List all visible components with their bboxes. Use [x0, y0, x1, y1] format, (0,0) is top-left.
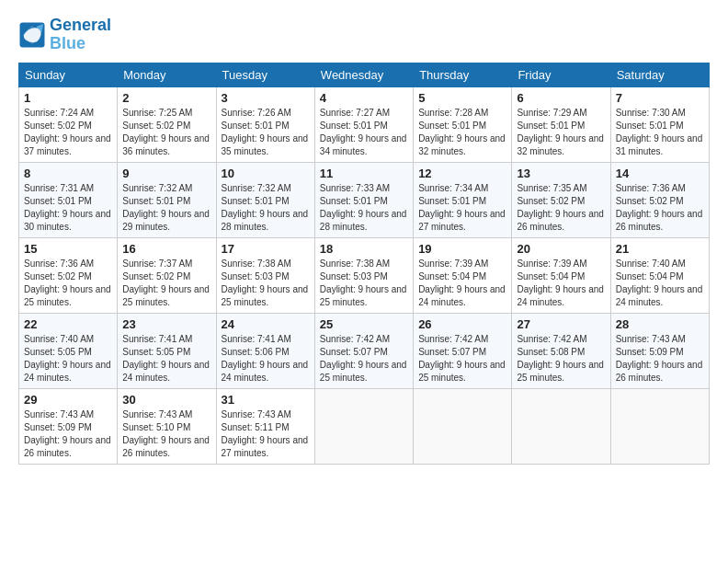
calendar: SundayMondayTuesdayWednesdayThursdayFrid… [18, 63, 710, 465]
day-number: 12 [418, 167, 506, 180]
day-info: Sunrise: 7:39 AMSunset: 5:04 PMDaylight:… [418, 258, 506, 309]
calendar-cell: 14 Sunrise: 7:36 AMSunset: 5:02 PMDaylig… [610, 162, 709, 237]
day-number: 28 [616, 317, 704, 331]
day-info: Sunrise: 7:43 AMSunset: 5:09 PMDaylight:… [24, 408, 112, 460]
day-number: 3 [222, 91, 310, 105]
calendar-cell: 1 Sunrise: 7:24 AMSunset: 5:02 PMDayligh… [19, 86, 118, 162]
day-number: 29 [24, 393, 112, 407]
calendar-cell: 26 Sunrise: 7:42 AMSunset: 5:07 PMDaylig… [414, 313, 512, 388]
calendar-cell: 11 Sunrise: 7:33 AMSunset: 5:01 PMDaylig… [314, 162, 413, 237]
calendar-week-1: 1 Sunrise: 7:24 AMSunset: 5:02 PMDayligh… [19, 86, 710, 162]
day-info: Sunrise: 7:40 AMSunset: 5:05 PMDaylight:… [24, 333, 112, 385]
day-number: 21 [616, 242, 704, 256]
calendar-week-3: 15 Sunrise: 7:36 AMSunset: 5:02 PMDaylig… [19, 237, 710, 313]
calendar-cell: 28 Sunrise: 7:43 AMSunset: 5:09 PMDaylig… [610, 313, 709, 388]
day-number: 4 [320, 91, 408, 105]
calendar-cell: 6 Sunrise: 7:29 AMSunset: 5:01 PMDayligh… [512, 86, 610, 162]
calendar-cell [610, 388, 709, 464]
calendar-header-wednesday: Wednesday [314, 63, 413, 86]
day-info: Sunrise: 7:34 AMSunset: 5:01 PMDaylight:… [418, 182, 506, 234]
day-info: Sunrise: 7:35 AMSunset: 5:02 PMDaylight:… [517, 182, 605, 234]
day-number: 17 [222, 242, 310, 256]
day-number: 1 [24, 91, 112, 105]
calendar-header-monday: Monday [118, 63, 216, 86]
calendar-cell: 8 Sunrise: 7:31 AMSunset: 5:01 PMDayligh… [19, 162, 118, 237]
day-info: Sunrise: 7:36 AMSunset: 5:02 PMDaylight:… [616, 182, 704, 234]
calendar-cell: 20 Sunrise: 7:39 AMSunset: 5:04 PMDaylig… [512, 237, 610, 313]
calendar-cell [314, 388, 413, 464]
calendar-cell: 19 Sunrise: 7:39 AMSunset: 5:04 PMDaylig… [414, 237, 512, 313]
day-info: Sunrise: 7:42 AMSunset: 5:07 PMDaylight:… [418, 333, 506, 385]
calendar-cell: 22 Sunrise: 7:40 AMSunset: 5:05 PMDaylig… [19, 313, 118, 388]
day-info: Sunrise: 7:38 AMSunset: 5:03 PMDaylight:… [222, 258, 310, 309]
day-number: 13 [517, 167, 605, 180]
day-info: Sunrise: 7:32 AMSunset: 5:01 PMDaylight:… [122, 182, 210, 234]
day-info: Sunrise: 7:33 AMSunset: 5:01 PMDaylight:… [320, 182, 408, 234]
day-info: Sunrise: 7:43 AMSunset: 5:11 PMDaylight:… [222, 408, 310, 460]
day-number: 26 [418, 317, 506, 331]
day-info: Sunrise: 7:41 AMSunset: 5:06 PMDaylight:… [222, 333, 310, 385]
calendar-cell: 23 Sunrise: 7:41 AMSunset: 5:05 PMDaylig… [118, 313, 216, 388]
day-number: 8 [24, 167, 112, 180]
calendar-cell: 21 Sunrise: 7:40 AMSunset: 5:04 PMDaylig… [610, 237, 709, 313]
day-info: Sunrise: 7:42 AMSunset: 5:07 PMDaylight:… [320, 333, 408, 385]
day-number: 25 [320, 317, 408, 331]
calendar-cell: 5 Sunrise: 7:28 AMSunset: 5:01 PMDayligh… [414, 86, 512, 162]
day-info: Sunrise: 7:32 AMSunset: 5:01 PMDaylight:… [222, 182, 310, 234]
day-info: Sunrise: 7:43 AMSunset: 5:09 PMDaylight:… [616, 333, 704, 385]
calendar-cell: 7 Sunrise: 7:30 AMSunset: 5:01 PMDayligh… [610, 86, 709, 162]
logo: General Blue [18, 17, 111, 53]
calendar-cell: 9 Sunrise: 7:32 AMSunset: 5:01 PMDayligh… [118, 162, 216, 237]
calendar-header-saturday: Saturday [610, 63, 709, 86]
day-info: Sunrise: 7:27 AMSunset: 5:01 PMDaylight:… [320, 107, 408, 158]
day-info: Sunrise: 7:28 AMSunset: 5:01 PMDaylight:… [418, 107, 506, 158]
calendar-cell: 3 Sunrise: 7:26 AMSunset: 5:01 PMDayligh… [216, 86, 314, 162]
calendar-cell: 12 Sunrise: 7:34 AMSunset: 5:01 PMDaylig… [414, 162, 512, 237]
calendar-cell [414, 388, 512, 464]
day-number: 18 [320, 242, 408, 256]
day-number: 19 [418, 242, 506, 256]
day-info: Sunrise: 7:37 AMSunset: 5:02 PMDaylight:… [122, 258, 210, 309]
day-number: 15 [24, 242, 112, 256]
calendar-cell: 4 Sunrise: 7:27 AMSunset: 5:01 PMDayligh… [314, 86, 413, 162]
calendar-week-4: 22 Sunrise: 7:40 AMSunset: 5:05 PMDaylig… [19, 313, 710, 388]
day-info: Sunrise: 7:42 AMSunset: 5:08 PMDaylight:… [517, 333, 605, 385]
day-number: 14 [616, 167, 704, 180]
calendar-cell: 25 Sunrise: 7:42 AMSunset: 5:07 PMDaylig… [314, 313, 413, 388]
calendar-cell: 2 Sunrise: 7:25 AMSunset: 5:02 PMDayligh… [118, 86, 216, 162]
calendar-cell: 16 Sunrise: 7:37 AMSunset: 5:02 PMDaylig… [118, 237, 216, 313]
day-info: Sunrise: 7:26 AMSunset: 5:01 PMDaylight:… [222, 107, 310, 158]
calendar-week-5: 29 Sunrise: 7:43 AMSunset: 5:09 PMDaylig… [19, 388, 710, 464]
day-number: 5 [418, 91, 506, 105]
day-number: 7 [616, 91, 704, 105]
day-info: Sunrise: 7:25 AMSunset: 5:02 PMDaylight:… [122, 107, 210, 158]
calendar-cell: 31 Sunrise: 7:43 AMSunset: 5:11 PMDaylig… [216, 388, 314, 464]
day-number: 31 [222, 393, 310, 407]
logo-text: General Blue [50, 17, 111, 53]
day-info: Sunrise: 7:36 AMSunset: 5:02 PMDaylight:… [24, 258, 112, 309]
calendar-header-sunday: Sunday [19, 63, 118, 86]
day-number: 30 [122, 393, 210, 407]
day-number: 27 [517, 317, 605, 331]
day-info: Sunrise: 7:29 AMSunset: 5:01 PMDaylight:… [517, 107, 605, 158]
calendar-cell: 18 Sunrise: 7:38 AMSunset: 5:03 PMDaylig… [314, 237, 413, 313]
day-info: Sunrise: 7:24 AMSunset: 5:02 PMDaylight:… [24, 107, 112, 158]
calendar-header-row: SundayMondayTuesdayWednesdayThursdayFrid… [19, 63, 710, 86]
calendar-cell: 15 Sunrise: 7:36 AMSunset: 5:02 PMDaylig… [19, 237, 118, 313]
day-number: 22 [24, 317, 112, 331]
calendar-cell: 13 Sunrise: 7:35 AMSunset: 5:02 PMDaylig… [512, 162, 610, 237]
day-number: 23 [122, 317, 210, 331]
day-number: 24 [222, 317, 310, 331]
header: General Blue [18, 17, 710, 53]
day-info: Sunrise: 7:41 AMSunset: 5:05 PMDaylight:… [122, 333, 210, 385]
day-number: 16 [122, 242, 210, 256]
day-info: Sunrise: 7:38 AMSunset: 5:03 PMDaylight:… [320, 258, 408, 309]
calendar-cell: 30 Sunrise: 7:43 AMSunset: 5:10 PMDaylig… [118, 388, 216, 464]
calendar-cell: 24 Sunrise: 7:41 AMSunset: 5:06 PMDaylig… [216, 313, 314, 388]
day-info: Sunrise: 7:31 AMSunset: 5:01 PMDaylight:… [24, 182, 112, 234]
calendar-cell [512, 388, 610, 464]
day-number: 10 [222, 167, 310, 180]
day-info: Sunrise: 7:30 AMSunset: 5:01 PMDaylight:… [616, 107, 704, 158]
calendar-cell: 10 Sunrise: 7:32 AMSunset: 5:01 PMDaylig… [216, 162, 314, 237]
calendar-header-thursday: Thursday [414, 63, 512, 86]
